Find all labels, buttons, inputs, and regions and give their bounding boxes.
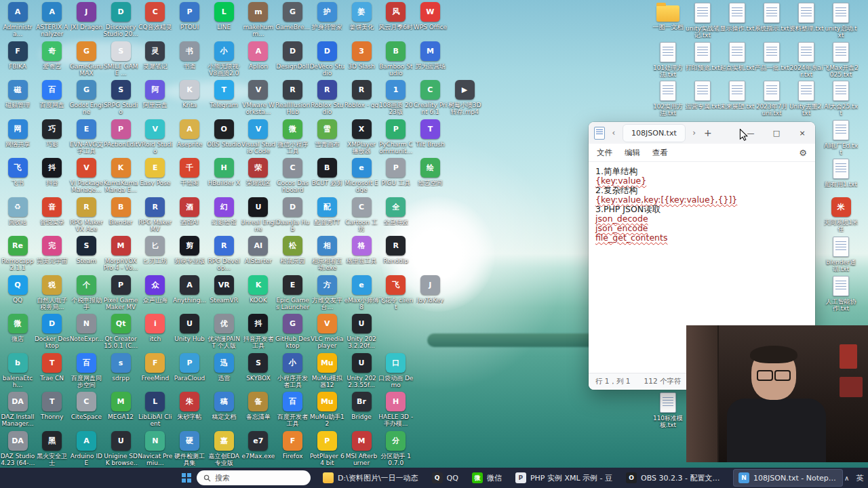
desktop-icon[interactable]: 书书斋 <box>173 41 207 79</box>
desktop-icon[interactable]: RRenddip <box>379 236 413 273</box>
desktop-icon[interactable]: FFBIKA <box>1 41 35 79</box>
menu-edit[interactable]: 编辑 <box>625 148 640 158</box>
desktop-icon[interactable]: PPTOUI <box>173 2 207 39</box>
desktop-icon[interactable]: CCocos Dashboard <box>276 158 310 195</box>
desktop-icon[interactable]: 飞Max开盘2025.txt <box>824 41 858 79</box>
desktop-icon[interactable]: 迅迅雷 <box>207 353 241 390</box>
desktop-icon[interactable]: DDocker Desktop <box>35 314 69 351</box>
desktop-icon[interactable]: AAseprite <box>173 119 207 157</box>
desktop-icon[interactable]: 打印预览.txt <box>686 41 719 79</box>
desktop-icon[interactable]: UUnity 2023.2.20f... <box>344 314 378 351</box>
desktop-icon[interactable]: 幻幻影绘馆 <box>207 197 241 235</box>
desktop-icon[interactable]: FFreeMind <box>138 353 172 390</box>
desktop-icon[interactable]: UUnigine SDK browser 2 <box>104 431 138 468</box>
desktop-icon[interactable]: DDaanJia Hub <box>276 197 310 235</box>
desktop-icon[interactable]: ♻回收站 <box>1 197 35 235</box>
desktop-icon[interactable]: 2024年东air.txt <box>789 41 823 79</box>
desktop-icon[interactable]: 朱朱砂字帖 <box>173 392 207 429</box>
desktop-icon[interactable]: M厉为运营场 <box>413 41 447 79</box>
desktop-icon[interactable]: KKOOK <box>241 275 275 312</box>
ime-indicator[interactable]: 英 <box>856 473 863 483</box>
desktop-icon[interactable]: UUnity 2022.3.55f... <box>344 353 378 390</box>
desktop-icon[interactable]: EEVN-AVG文字工具 <box>69 119 103 157</box>
desktop-icon[interactable]: 110标准模板.txt <box>651 392 685 429</box>
desktop-icon[interactable]: 酒酒馆AI <box>173 197 207 235</box>
desktop-icon[interactable]: VRSteamVR <box>207 275 241 312</box>
desktop-icon[interactable]: UUnreal Engine <box>241 197 275 235</box>
desktop-icon[interactable]: RRPG Maker VX Ace <box>69 197 103 235</box>
desktop-icon[interactable]: FFirefox <box>276 431 310 468</box>
desktop-icon[interactable]: 101处理方法.txt <box>651 41 685 79</box>
desktop-icon[interactable]: 巧巧影 <box>35 119 69 157</box>
desktop-icon[interactable]: 格格里兹工具 <box>344 236 378 273</box>
start-button[interactable] <box>182 468 191 488</box>
desktop-icon[interactable]: VVI Package Manage... <box>69 158 103 195</box>
desktop-icon[interactable]: 2023年7月uni.txt <box>755 80 789 117</box>
desktop-icon[interactable]: CCiteSpace <box>69 392 103 429</box>
desktop-icon[interactable]: TTrae CN <box>35 353 69 390</box>
desktop-icon[interactable]: SSteam <box>69 236 103 273</box>
desktop-icon[interactable]: 抖抖音 <box>35 158 69 195</box>
desktop-icon[interactable]: MMorphVOX Pro 4 - Vo... <box>104 236 138 273</box>
desktop-icon[interactable]: 匕匕刃工坊 <box>138 236 172 273</box>
desktop-icon[interactable]: 一图一文档 <box>651 2 685 39</box>
desktop-icon[interactable]: 护护身符管家 <box>310 2 344 39</box>
desktop-icon[interactable]: AIAIStarter <box>241 236 275 273</box>
desktop-icon[interactable]: JJXI Dragon <box>69 2 103 39</box>
desktop-icon[interactable]: 绘绘艺空间 <box>413 158 447 195</box>
desktop-icon[interactable]: SSMILE GAME ... <box>104 41 138 79</box>
desktop-icon[interactable]: GGitHub Desktop <box>276 314 310 351</box>
desktop-icon[interactable]: KKrita <box>173 80 207 117</box>
desktop-icon[interactable]: 小小程序开发者工具 <box>276 353 310 390</box>
hidden-icons-chevron-icon[interactable]: ∧ <box>844 474 849 482</box>
desktop-icon[interactable]: CCQ音效精灵 <box>138 2 172 39</box>
desktop-icon[interactable]: 音音悦实录 <box>35 197 69 235</box>
taskbar-item[interactable]: D:\资料图片\一日一动态 <box>317 469 424 487</box>
taskbar-item[interactable]: N108JSON.txt - Notepad <box>733 469 843 487</box>
desktop-icon[interactable]: 飞飞花令 client <box>379 275 413 312</box>
desktop-icon[interactable]: ssdrpp <box>104 353 138 390</box>
desktop-icon[interactable]: AAdministra... <box>1 2 35 39</box>
desktop-icon[interactable]: 方方维交友平台... <box>310 275 344 312</box>
desktop-icon[interactable]: 人工智能协作.txt <box>824 275 858 312</box>
desktop-icon[interactable]: BBlender <box>104 197 138 235</box>
desktop-icon[interactable]: 千千绘阁 <box>173 158 207 195</box>
desktop-icon[interactable]: WWPS Office <box>413 2 447 39</box>
desktop-icon[interactable]: iitch <box>138 314 172 351</box>
desktop-icon[interactable]: BBamboo Studio <box>379 41 413 79</box>
desktop-icon[interactable]: 姜姜饼美化 <box>344 2 378 39</box>
desktop-icon[interactable]: 配配音秀TT <box>310 197 344 235</box>
desktop-icon[interactable]: 灵灵犀笔记 <box>138 41 172 79</box>
maximize-button[interactable]: □ <box>764 122 789 144</box>
desktop-icon[interactable]: PPyCharm Communit... <box>379 119 413 157</box>
desktop-icon[interactable]: 网网络共享 <box>1 119 35 157</box>
desktop-icon[interactable]: MuMuMu模拟器12 <box>310 353 344 390</box>
desktop-icon[interactable]: HHAELE 3D - 手办模... <box>379 392 413 429</box>
desktop-icon[interactable]: 33D Slash <box>344 41 378 79</box>
desktop-icon[interactable]: unity实战笔记.txt <box>686 2 719 39</box>
desktop-icon[interactable]: PPIGU 工具 <box>379 158 413 195</box>
desktop-icon[interactable]: 起点实机.txt <box>720 41 754 79</box>
desktop-icon[interactable]: DDiscovery Studio 20... <box>104 2 138 39</box>
desktop-icon[interactable]: 稿稿定文档 <box>207 392 241 429</box>
desktop-icon[interactable]: Unity去重2.txt <box>789 80 823 117</box>
desktop-icon[interactable]: DADAZ Install Manager... <box>1 392 35 429</box>
desktop-icon[interactable]: DDesignDoll <box>276 41 310 79</box>
desktop-icon[interactable]: 剪剪映专业版 <box>173 236 207 273</box>
desktop-icon[interactable]: SSRPG Studio <box>104 80 138 117</box>
desktop-icon[interactable]: KKumaKuma Manga E... <box>104 158 138 195</box>
desktop-icon[interactable]: 风风云月季6时 <box>379 2 413 39</box>
desktop-icon[interactable]: 磁磁贴管理 <box>1 80 35 117</box>
desktop-icon[interactable]: OOBS Studio <box>207 119 241 157</box>
desktop-icon[interactable]: LLINE <box>207 2 241 39</box>
desktop-icon[interactable]: DDeVeco Studio <box>310 41 344 79</box>
desktop-icon[interactable]: 雪雪青画布 <box>310 119 344 157</box>
desktop-icon[interactable]: 口口袋动画 Demo <box>379 353 413 390</box>
desktop-icon[interactable]: EEpic Games Launcher <box>276 275 310 312</box>
desktop-icon[interactable]: 优优动漫PAINT 个人版 <box>207 314 241 351</box>
desktop-icon[interactable]: 相相乐相看互动.exe <box>310 236 344 273</box>
tab-scroll-right-icon[interactable]: › <box>688 128 701 138</box>
desktop-icon[interactable]: QQQ <box>1 275 35 312</box>
desktop-icon[interactable]: 显示操作.txt <box>720 2 754 39</box>
desktop-icon[interactable]: JJoyToKey <box>413 275 447 312</box>
